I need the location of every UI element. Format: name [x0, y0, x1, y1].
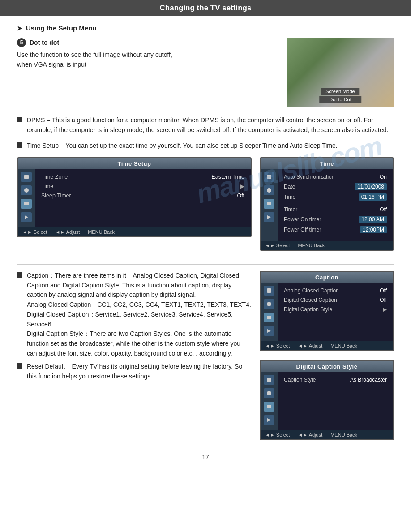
time-footer: ◄► Select MENU Back: [261, 241, 393, 250]
digital-caption-style-body: Caption Style As Broadcaster: [261, 372, 393, 430]
style-footer: ◄► Select ◄► Adjust MENU Back: [261, 430, 393, 439]
style-content: Caption Style As Broadcaster: [278, 372, 393, 430]
time-setup-bullet: Time Setup – You can set up the exact ti…: [17, 141, 394, 151]
caption-footer: ◄► Select ◄► Adjust MENU Back: [261, 341, 393, 350]
time-content: Auto Synchronization On Date 11/01/2008 …: [278, 169, 393, 241]
svg-point-1: [24, 188, 29, 193]
section-heading-label: Using the Setup Menu: [26, 24, 97, 32]
caption-box-title: Caption: [261, 272, 393, 283]
digital-caption-style-box: Digital Caption Style Caption Style As B…: [260, 360, 394, 440]
menu-icon-r2: [264, 185, 274, 195]
caption-digital-line: Digital Closed Caption：Service1, Service…: [27, 311, 233, 328]
menu-icon-4: [21, 212, 32, 222]
menu-sidebar-right: [261, 169, 278, 241]
date-value: 11/01/2008: [355, 183, 387, 190]
menu-row-time: Time ▶: [41, 183, 244, 189]
time-setup-box-body: Time Zone Eastern Time Time ▶ Sleep Time…: [18, 169, 251, 227]
screen-mode-label: Screen Mode: [321, 88, 359, 95]
analog-caption-value: Off: [380, 287, 387, 294]
style-icon-3-active: [264, 402, 274, 412]
step-number: 5: [17, 38, 26, 47]
style-footer-select: ◄► Select: [265, 432, 290, 438]
caption-style-row-label: Caption Style: [284, 377, 316, 383]
dpms-bullet: DPMS – This is a good function for a com…: [17, 116, 394, 135]
autosync-label: Auto Synchronization: [284, 174, 334, 180]
time-setup-text: Time Setup – You can set up the exact ti…: [27, 141, 394, 151]
caption-analog-line: Analog Closed Caption：CC1, CC2, CC3, CC4…: [27, 301, 251, 308]
style-sidebar: [261, 372, 278, 430]
menu-icon-r4: [264, 212, 274, 222]
timer-label: Timer: [284, 206, 297, 213]
svg-rect-4: [267, 288, 271, 293]
menu-icon-r3-active: [264, 199, 274, 209]
bullet-icon: [17, 117, 22, 122]
page-header: Changing the TV settings: [0, 0, 411, 16]
caption-sidebar: [261, 283, 278, 341]
timezone-value: Eastern Time: [211, 174, 244, 180]
caption-menus: Caption Analog Closed Caption Off: [260, 271, 394, 445]
time-setup-box: Time Setup Time Zone Eastern Time: [17, 157, 252, 237]
time-setup-box-title: Time Setup: [18, 158, 251, 169]
bullet-icon-caption: [17, 272, 22, 278]
section-heading: Using the Setup Menu: [17, 24, 394, 32]
style-footer-back: MENU Back: [330, 432, 357, 438]
menu-row-analog-caption: Analog Closed Caption Off: [284, 287, 387, 294]
dot-to-dot-image: Screen Mode Dot to Dot: [287, 38, 394, 107]
power-on-label: Power On timer: [284, 216, 321, 223]
caption-section: Caption：There are three items in it – An…: [17, 271, 394, 445]
svg-point-5: [267, 302, 271, 306]
cap-icon-2: [264, 299, 274, 309]
sleep-timer-label: Sleep Timer: [41, 193, 71, 199]
time-setup-content: Time Zone Eastern Time Time ▶ Sleep Time…: [35, 169, 251, 227]
menu-row-power-on: Power On timer 12:00 AM: [284, 216, 387, 223]
timer-value: Off: [380, 206, 387, 213]
caption-style-line: Digital Caption Style：There are two Capt…: [27, 330, 240, 356]
menu-sidebar: [18, 169, 35, 227]
footer-select: ◄► Select: [22, 229, 47, 235]
svg-rect-2: [267, 175, 271, 179]
caption-text-block: Caption：There are three items in it – An…: [17, 271, 252, 388]
timezone-label: Time Zone: [41, 174, 68, 180]
caption-style-row-value: As Broadcaster: [350, 377, 387, 383]
cap-icon-3-active: [264, 313, 274, 322]
screen-mode-value: Dot to Dot: [319, 96, 361, 103]
time-box-title: Time: [261, 158, 393, 169]
time-label: Time: [41, 183, 53, 189]
dot-to-dot-text: 5 Dot to dot Use the function to see the…: [17, 38, 278, 70]
dot-to-dot-block: 5 Dot to dot Use the function to see the…: [17, 38, 394, 107]
cap-footer-back: MENU Back: [330, 343, 357, 348]
menu-row-digital-caption: Digital Closed Caption Off: [284, 297, 387, 303]
dot-to-dot-desc2: when VGA signal is input: [17, 60, 278, 69]
caption-heading-text: Caption：There are three items in it – An…: [27, 271, 252, 358]
autosync-value: On: [380, 174, 387, 180]
footer-adjust: ◄► Adjust: [55, 229, 80, 235]
menu-icon-2: [21, 185, 32, 195]
menu-icon-1: [21, 172, 32, 182]
caption-content: Analog Closed Caption Off Digital Closed…: [278, 283, 393, 341]
dot-to-dot-title: 5 Dot to dot: [17, 38, 278, 47]
caption-box-body: Analog Closed Caption Off Digital Closed…: [261, 283, 393, 341]
time-setup-left-col: Time Setup Time Zone Eastern Time: [17, 157, 252, 242]
menu-row-sleep-timer: Sleep Timer Off: [41, 193, 244, 199]
svg-rect-0: [24, 175, 29, 179]
power-off-value: 12:00PM: [360, 226, 387, 233]
time-arrow: ▶: [240, 183, 244, 189]
menu-row-power-off: Power Off timer 12:00PM: [284, 226, 387, 233]
menu-row-timer: Timer Off: [284, 206, 387, 213]
time2-value: 01:16 PM: [359, 193, 387, 201]
time-box-body: Auto Synchronization On Date 11/01/2008 …: [261, 169, 393, 241]
time-right-col: Time Auto Synchronization On: [260, 157, 394, 255]
cap-footer-select: ◄► Select: [265, 343, 290, 348]
caption-bullet: Caption：There are three items in it – An…: [17, 271, 252, 358]
bullet-icon: [17, 142, 22, 148]
svg-point-3: [267, 188, 271, 193]
menu-row-timezone: Time Zone Eastern Time: [41, 174, 244, 180]
digital-caption-style-title: Digital Caption Style: [261, 361, 393, 372]
time-setup-footer: ◄► Select ◄► Adjust MENU Back: [18, 227, 251, 236]
dot-to-dot-heading: Dot to dot: [30, 39, 59, 46]
reset-bullet: Reset Default – Every TV has its origina…: [17, 362, 252, 381]
menu-icon-r1: [264, 172, 274, 182]
page-title: Changing the TV settings: [160, 4, 252, 12]
divider: [17, 264, 394, 265]
digital-caption-label: Digital Closed Caption: [284, 297, 337, 303]
